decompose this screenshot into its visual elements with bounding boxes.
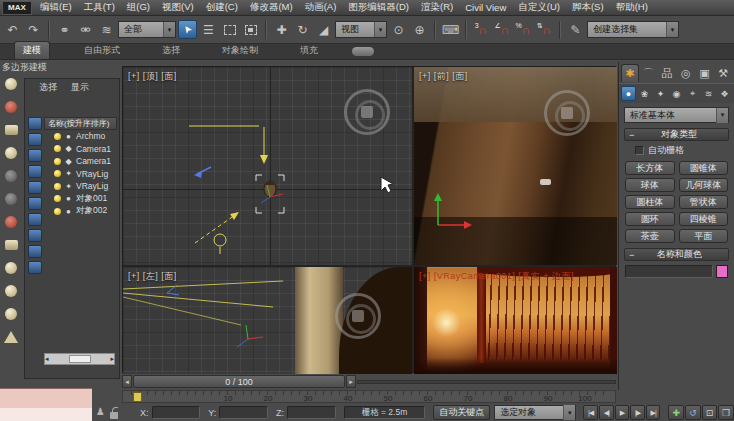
angle-snap-icon[interactable]: ∠∩ <box>493 20 512 39</box>
box-primitive-icon[interactable] <box>1 236 21 253</box>
menu-help[interactable]: 帮助(H) <box>610 1 654 14</box>
bone-tool-icon[interactable] <box>1 213 21 230</box>
explorer-filter-icon[interactable] <box>28 133 42 146</box>
scale-tool-icon[interactable]: ◢ <box>314 20 333 39</box>
speaker-tool-icon[interactable] <box>1 167 21 184</box>
explorer-filter-icon[interactable] <box>28 245 42 258</box>
ribbon-tab-populate[interactable]: 填充 <box>292 42 326 59</box>
visibility-bulb-icon[interactable] <box>54 145 61 152</box>
geometry-category-icon[interactable]: ● <box>621 86 636 101</box>
tube-button[interactable]: 管状体 <box>679 195 729 209</box>
go-to-start-button[interactable]: |◀ <box>583 405 598 420</box>
viewport-top[interactable]: [+] [顶] [面] <box>123 67 412 265</box>
object-color-swatch[interactable] <box>716 265 728 278</box>
pyramid-primitive-icon[interactable] <box>1 328 21 345</box>
cone-button[interactable]: 圆锥体 <box>679 161 729 175</box>
explorer-filter-icon[interactable] <box>28 197 42 210</box>
keyboard-shortcut-override-icon[interactable]: ⌨ <box>441 20 460 39</box>
teapot-icon[interactable] <box>1 305 21 322</box>
named-selection-sets-dropdown[interactable]: 创建选择集 ▾ <box>587 21 679 38</box>
explorer-filter-icon[interactable] <box>28 117 42 130</box>
object-type-rollout[interactable]: − 对象类型 <box>624 128 729 141</box>
isolate-selection-icon[interactable]: ♟ <box>96 406 105 417</box>
time-slider-track[interactable] <box>357 380 616 384</box>
helpers-category-icon[interactable]: ⌖ <box>685 86 700 101</box>
list-item[interactable]: ●对象002 <box>44 205 117 218</box>
maximize-viewport-icon[interactable]: ❐ <box>718 405 734 420</box>
motion-tab-icon[interactable]: ◎ <box>677 64 695 82</box>
move-tool-icon[interactable]: ✚ <box>272 20 291 39</box>
maxscript-mini-listener[interactable] <box>0 388 92 421</box>
spacewarps-category-icon[interactable]: ≋ <box>701 86 716 101</box>
sphere-primitive-icon[interactable] <box>1 259 21 276</box>
track-bar[interactable]: 10 20 30 40 50 60 70 80 90 100 <box>122 390 616 403</box>
menu-animation[interactable]: 动画(A) <box>299 1 343 14</box>
play-button[interactable]: ▶ <box>615 405 630 420</box>
explorer-filter-icon[interactable] <box>28 229 42 242</box>
sphere-tool-icon[interactable] <box>1 190 21 207</box>
menu-graph-editors[interactable]: 图形编辑器(D) <box>342 1 415 14</box>
list-item[interactable]: ◆Camera1 <box>44 143 117 156</box>
menu-tools[interactable]: 工具(T) <box>78 1 121 14</box>
pan-view-icon[interactable]: ✚ <box>668 405 684 420</box>
explorer-tab-select[interactable]: 选择 <box>39 81 57 95</box>
sphere-button[interactable]: 球体 <box>625 178 675 192</box>
select-object-button[interactable]: ➤ <box>178 20 197 39</box>
undo-icon[interactable]: ↶ <box>3 20 22 39</box>
select-by-name-icon[interactable]: ☰ <box>199 20 218 39</box>
list-item[interactable]: ●对象001 <box>44 193 117 206</box>
geosphere-primitive-icon[interactable] <box>1 282 21 299</box>
dome-light-gizmo[interactable] <box>544 90 590 136</box>
torus-button[interactable]: 圆环 <box>625 212 675 226</box>
viewport-left[interactable]: [+] [左] [面] <box>123 267 412 374</box>
scroll-right-icon[interactable]: ▸ <box>110 355 114 363</box>
viewport-camera[interactable]: [+] [VRayCamera001] [真实 + 边面] <box>414 267 617 374</box>
primitive-category-dropdown[interactable]: 标准基本体 ▾ <box>624 107 729 123</box>
explorer-tab-display[interactable]: 显示 <box>71 81 89 95</box>
dome-light-gizmo[interactable] <box>344 89 390 135</box>
time-slider-next-arrow[interactable]: ▸ <box>346 375 356 388</box>
z-coordinate-field[interactable] <box>287 406 336 419</box>
bind-to-spacewarp-icon[interactable]: ≋ <box>97 20 116 39</box>
lights-category-icon[interactable]: ✦ <box>653 86 668 101</box>
rectangular-selection-region-icon[interactable] <box>220 20 239 39</box>
menu-civil-view[interactable]: Civil View <box>459 2 512 13</box>
list-item[interactable]: ✦VRayLig <box>44 180 117 193</box>
use-pivot-center-icon[interactable]: ⊙ <box>389 20 408 39</box>
explorer-horizontal-scrollbar[interactable]: ◂ ▸ <box>44 353 115 365</box>
ribbon-tab-modeling[interactable]: 建模 <box>14 41 50 59</box>
ribbon-tab-object-paint[interactable]: 对象绘制 <box>214 42 266 59</box>
visibility-bulb-icon[interactable] <box>54 170 61 177</box>
unlink-selection-icon[interactable]: ⚮ <box>76 20 95 39</box>
list-item[interactable]: ●Archmo <box>44 130 117 143</box>
teapot-button[interactable]: 茶壶 <box>625 229 675 243</box>
visibility-bulb-icon[interactable] <box>54 158 61 165</box>
box-button[interactable]: 长方体 <box>625 161 675 175</box>
scroll-left-icon[interactable]: ◂ <box>45 355 49 363</box>
viewport-left-label[interactable]: [+] [左] [面] <box>128 270 177 283</box>
shapes-category-icon[interactable]: ❀ <box>637 86 652 101</box>
menu-views[interactable]: 视图(V) <box>156 1 200 14</box>
orbit-view-icon[interactable]: ↺ <box>685 405 701 420</box>
autogrid-checkbox[interactable] <box>635 146 644 155</box>
x-coordinate-field[interactable] <box>152 406 201 419</box>
select-and-link-icon[interactable]: ⚭ <box>55 20 74 39</box>
list-tool-icon[interactable] <box>1 121 21 138</box>
menu-modifiers[interactable]: 修改器(M) <box>244 1 299 14</box>
rotate-tool-icon[interactable]: ↻ <box>293 20 312 39</box>
menu-edit[interactable]: 编辑(E) <box>34 1 78 14</box>
ribbon-minimize-toggle[interactable] <box>352 47 374 56</box>
paint-tool-icon[interactable] <box>1 98 21 115</box>
edit-named-selection-sets-icon[interactable]: ✎ <box>566 20 585 39</box>
explorer-filter-icon[interactable] <box>28 165 42 178</box>
name-color-rollout[interactable]: − 名称和颜色 <box>624 248 729 261</box>
visibility-bulb-icon[interactable] <box>54 208 61 215</box>
maxscript-input-row[interactable] <box>0 408 92 421</box>
display-tab-icon[interactable]: ▣ <box>696 64 714 82</box>
snap-toggle-3d-icon[interactable]: 3∩ <box>472 20 491 39</box>
plane-button[interactable]: 平面 <box>679 229 729 243</box>
scrollbar-thumb[interactable] <box>69 355 91 363</box>
app-logo[interactable]: MAX <box>2 1 32 15</box>
list-item[interactable]: ◆Camera1 <box>44 155 117 168</box>
next-frame-button[interactable]: |▶ <box>630 405 645 420</box>
